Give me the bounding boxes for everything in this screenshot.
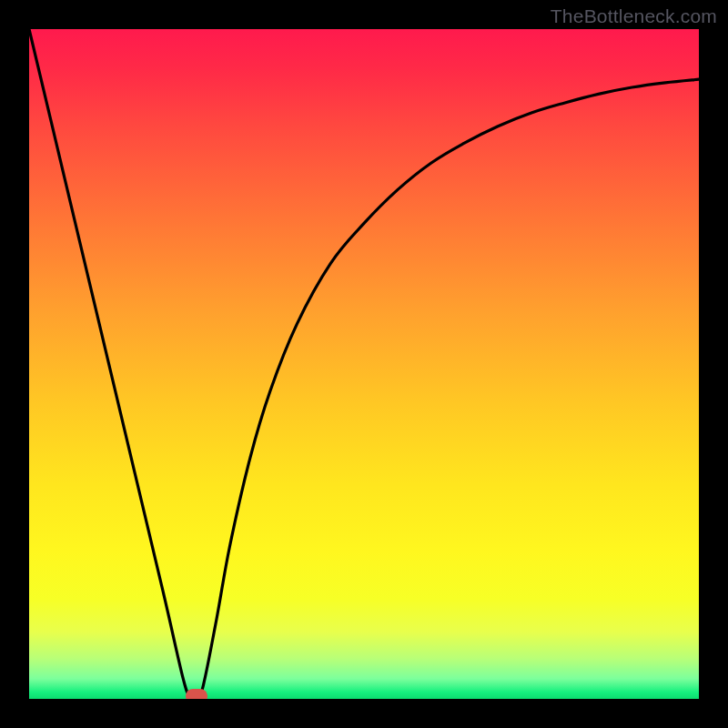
plot-area: [29, 29, 699, 699]
bottleneck-curve: [29, 29, 699, 699]
optimal-point-marker: [186, 689, 207, 699]
watermark-text: TheBottleneck.com: [551, 5, 717, 27]
chart-frame: TheBottleneck.com: [0, 0, 728, 728]
curve-path: [29, 29, 699, 699]
